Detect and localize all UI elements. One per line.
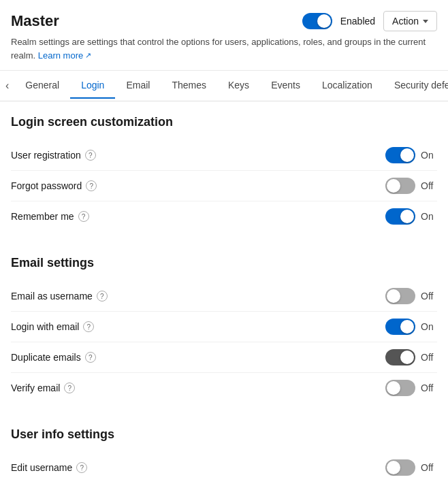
edit-username-control: Off [385,459,437,476]
tab-events[interactable]: Events [260,73,311,99]
tab-security-defenses[interactable]: Security defens… [383,73,448,99]
setting-row-remember-me: Remember me ? On [11,201,437,231]
remember-me-help-icon[interactable]: ? [78,211,89,222]
header-controls: Enabled Action [302,11,437,31]
duplicate-emails-label: Duplicate emails ? [11,352,385,363]
main-content: Login screen customization User registra… [0,101,448,488]
remember-me-value: On [421,211,437,222]
login-with-email-toggle[interactable] [385,319,415,335]
forgot-password-label: Forgot password ? [11,180,385,191]
login-with-email-control: On [385,319,437,335]
login-with-email-label: Login with email ? [11,321,385,332]
email-as-username-control: Off [385,288,437,304]
email-as-username-toggle[interactable] [385,288,415,304]
enabled-label: Enabled [340,16,375,27]
duplicate-emails-toggle[interactable] [385,349,415,365]
chevron-down-icon [423,20,428,23]
verify-email-value: Off [421,383,437,393]
email-as-username-value: Off [421,291,437,302]
login-with-email-value: On [421,321,437,332]
tab-general[interactable]: General [14,73,70,99]
setting-row-forgot-password: Forgot password ? Off [11,171,437,201]
duplicate-emails-control: Off [385,349,437,365]
forgot-password-value: Off [421,180,437,191]
setting-row-duplicate-emails: Duplicate emails ? Off [11,342,437,373]
remember-me-toggle[interactable] [385,208,415,225]
setting-row-edit-username: Edit username ? Off [11,453,437,483]
edit-username-toggle[interactable] [385,459,415,476]
tab-themes[interactable]: Themes [161,73,217,99]
verify-email-help-icon[interactable]: ? [64,383,75,393]
login-screen-section: Login screen customization User registra… [11,101,437,242]
page-description: Realm settings are settings that control… [11,35,437,62]
forgot-password-control: Off [385,178,437,194]
setting-row-login-with-email: Login with email ? On [11,312,437,342]
forgot-password-toggle[interactable] [385,178,415,194]
tab-prev-button[interactable]: ‹ [0,71,14,101]
setting-row-email-as-username: Email as username ? Off [11,281,437,312]
remember-me-label: Remember me ? [11,211,385,222]
action-button[interactable]: Action [383,11,437,31]
tab-login[interactable]: Login [70,73,115,99]
email-as-username-help-icon[interactable]: ? [97,291,108,302]
setting-row-user-registration: User registration ? On [11,140,437,171]
user-registration-label: User registration ? [11,150,385,161]
duplicate-emails-value: Off [421,352,437,363]
tabs-nav: ‹ General Login Email Themes Keys Events… [0,71,448,101]
tab-localization[interactable]: Localization [311,73,383,99]
user-registration-toggle[interactable] [385,147,415,163]
external-link-icon: ↗ [85,50,91,61]
edit-username-help-icon[interactable]: ? [76,462,87,473]
verify-email-label: Verify email ? [11,383,385,393]
email-settings-title: Email settings [11,256,437,270]
page-header: Master Enabled Action Realm settings are… [0,0,448,71]
verify-email-control: Off [385,380,437,396]
user-registration-value: On [421,150,437,161]
page-title: Master [11,12,59,30]
email-as-username-label: Email as username ? [11,291,385,302]
user-registration-help-icon[interactable]: ? [85,150,96,161]
tab-keys[interactable]: Keys [217,73,260,99]
email-settings-section: Email settings Email as username ? Off L… [11,242,437,414]
remember-me-control: On [385,208,437,225]
learn-more-link[interactable]: Learn more ↗ [38,49,91,63]
user-info-section: User info settings Edit username ? Off [11,414,437,488]
user-info-title: User info settings [11,427,437,442]
setting-row-verify-email: Verify email ? Off [11,373,437,403]
tab-email[interactable]: Email [115,73,161,99]
login-screen-title: Login screen customization [11,115,437,129]
edit-username-value: Off [421,462,437,473]
verify-email-toggle[interactable] [385,380,415,396]
edit-username-label: Edit username ? [11,462,385,473]
user-registration-control: On [385,147,437,163]
forgot-password-help-icon[interactable]: ? [86,180,97,191]
login-with-email-help-icon[interactable]: ? [83,321,94,332]
realm-enabled-toggle[interactable] [302,13,332,29]
duplicate-emails-help-icon[interactable]: ? [85,352,96,363]
action-button-label: Action [392,16,419,27]
